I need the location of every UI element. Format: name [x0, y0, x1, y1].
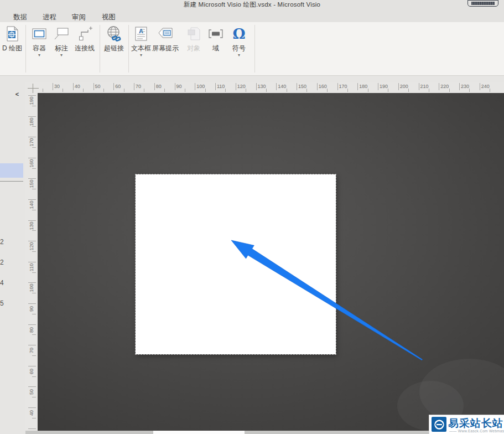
- screentip-icon: [157, 24, 174, 43]
- ruler-tick-label: 130: [29, 220, 34, 231]
- ruler-tick-label: 160: [29, 158, 34, 169]
- ruler-tick-label: 30: [54, 84, 60, 89]
- button-label: 符号: [232, 44, 246, 52]
- ruler-tick-label: 140: [29, 199, 34, 210]
- ruler-origin-crosshair: [33, 84, 33, 93]
- chevron-down-icon: ▾: [238, 53, 240, 58]
- sidebar-text-fragment: 4: [0, 279, 6, 287]
- ruler-tick-label: 210: [420, 84, 429, 89]
- tab-data[interactable]: 数据: [10, 12, 30, 22]
- ruler-tick-label: 40: [29, 407, 34, 418]
- ruler-tick-label: 190: [380, 84, 388, 89]
- ruler-tick-label: 50: [29, 386, 34, 397]
- sidebar-divider: [0, 181, 23, 182]
- chevron-down-icon: ▾: [38, 53, 40, 58]
- textbox-button[interactable]: A 文本框 ▾: [131, 24, 151, 58]
- sidebar-text-fragment: 2: [0, 238, 6, 246]
- ruler-tick-label: 130: [258, 84, 266, 89]
- tab-process[interactable]: 进程: [39, 12, 60, 22]
- ruler-tick-label: 40: [75, 84, 80, 89]
- ruler-tick-label: 240: [481, 84, 490, 89]
- ruler-tick-label: 70: [136, 84, 141, 89]
- button-label: 对象: [187, 44, 200, 52]
- chevron-down-icon: ▾: [140, 53, 142, 58]
- collapse-panel-icon[interactable]: <: [13, 90, 21, 98]
- ruler-origin-crosshair: [28, 88, 39, 89]
- ruler-tick-label: 60: [29, 366, 34, 377]
- ruler-tick-label: 150: [298, 84, 306, 89]
- ruler-tick-label: 140: [278, 84, 286, 89]
- cad-drawing-button[interactable]: D 绘图: [0, 24, 24, 52]
- group-separator: [25, 25, 26, 73]
- window-controls-pill[interactable]: [467, 0, 498, 7]
- ruler-tick-label: 170: [29, 137, 34, 148]
- ruler-tick-label: 180: [359, 84, 367, 89]
- ruler-tick-label: 90: [176, 84, 182, 89]
- ruler-tick-label: 230: [461, 84, 469, 89]
- field-button[interactable]: 域: [207, 24, 225, 52]
- ruler-tick-label: 70: [29, 345, 34, 356]
- object-icon: [186, 24, 201, 43]
- button-label: 文本框: [131, 44, 151, 52]
- sidebar-text-fragment: 5: [0, 299, 6, 307]
- callout-icon: [54, 24, 69, 43]
- ruler-tick-label: 170: [339, 84, 347, 89]
- ruler-tick-label: 50: [95, 84, 101, 89]
- ruler-tick-label: 100: [29, 282, 34, 293]
- ruler-tick-label: 60: [115, 84, 121, 89]
- container-icon: [32, 24, 47, 43]
- callout-button[interactable]: 标注 ▾: [52, 24, 71, 58]
- symbol-icon: Ω: [232, 24, 245, 43]
- ruler-tick-label: 190: [29, 95, 34, 106]
- ruler-tick-label: 120: [237, 84, 246, 89]
- button-label: 连接线: [75, 44, 95, 52]
- textbox-icon: A: [134, 24, 148, 43]
- watermark-badge: 易采站长站 —— Www.Easck.Com Webmaster: [429, 415, 504, 434]
- ribbon-tab-row: 数据 进程 审阅 视图: [0, 10, 504, 22]
- button-label: 超链接: [104, 44, 124, 52]
- button-label: 屏幕提示: [152, 44, 179, 52]
- ruler-tick-label: 110: [29, 262, 34, 273]
- chevron-down-icon: ▾: [60, 53, 63, 58]
- blue-arrow-shape[interactable]: [38, 93, 504, 431]
- ruler-tick-label: 80: [29, 324, 34, 335]
- group-separator: [100, 25, 100, 73]
- ruler-tick-label: 180: [29, 116, 34, 127]
- container-button[interactable]: 容器 ▾: [29, 24, 49, 58]
- button-label: 域: [212, 44, 219, 52]
- ruler-tick-label: 160: [319, 84, 327, 89]
- tab-view[interactable]: 视图: [98, 12, 119, 22]
- button-label: 标注: [55, 44, 68, 52]
- button-label: D 绘图: [2, 44, 22, 52]
- hyperlink-button[interactable]: 超链接: [102, 24, 126, 52]
- sidebar-selected-item[interactable]: [0, 163, 23, 178]
- connector-button[interactable]: 连接线: [72, 24, 97, 52]
- symbol-button[interactable]: Ω 符号 ▾: [228, 24, 250, 58]
- ribbon: D 绘图 容器 ▾ 标注 ▾: [0, 22, 504, 76]
- ruler-tick-label: 110: [217, 84, 225, 89]
- sidebar-text-fragment: 2: [0, 259, 6, 266]
- window-title: 新建 Microsoft Visio 绘图.vsdx - Microsoft V…: [0, 1, 504, 9]
- watermark-subtitle: —— Www.Easck.Com Webmaster: [449, 429, 504, 433]
- hyperlink-icon: [106, 24, 122, 43]
- vertical-ruler: 1901801701601501401301201101009080706050…: [25, 93, 38, 431]
- field-icon: [207, 24, 224, 43]
- drawing-canvas[interactable]: [38, 93, 504, 431]
- ruler-tick-label: 200: [400, 84, 408, 89]
- screentip-button[interactable]: 屏幕提示: [151, 24, 180, 52]
- ruler-tick-label: 100: [196, 84, 205, 89]
- title-bar: 新建 Microsoft Visio 绘图.vsdx - Microsoft V…: [0, 0, 504, 10]
- ruler-tick-label: 220: [440, 84, 449, 89]
- group-separator: [254, 25, 255, 73]
- ruler-tick-label: 150: [29, 178, 34, 189]
- horizontal-scrollbar-thumb[interactable]: [153, 431, 245, 434]
- connector-icon: [77, 24, 92, 43]
- visio-window: 新建 Microsoft Visio 绘图.vsdx - Microsoft V…: [0, 0, 504, 434]
- ruler-tick-label: 120: [29, 241, 34, 252]
- tab-review[interactable]: 审阅: [69, 12, 89, 22]
- horizontal-ruler: 3040506070809010011012013014015016017018…: [25, 82, 504, 93]
- group-separator: [128, 25, 129, 73]
- watermark-logo-icon: [432, 417, 446, 432]
- button-label: 容器: [33, 44, 46, 52]
- svg-text:A: A: [139, 28, 143, 34]
